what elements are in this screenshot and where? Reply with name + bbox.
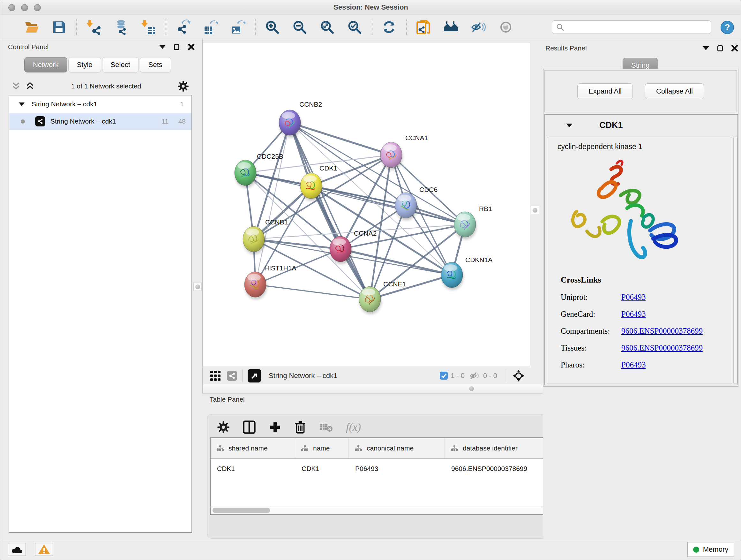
export-image-button[interactable] bbox=[229, 19, 246, 36]
save-session-button[interactable] bbox=[51, 19, 67, 36]
scrollbar-thumb[interactable] bbox=[212, 508, 270, 513]
network-node-CCNE1[interactable] bbox=[359, 287, 381, 314]
collapse-all-icon[interactable] bbox=[11, 81, 21, 91]
crosshair-icon[interactable] bbox=[512, 369, 525, 382]
network-node-CDC6[interactable] bbox=[395, 192, 417, 220]
delete-table-icon[interactable] bbox=[319, 422, 333, 433]
table-cell[interactable]: P06493 bbox=[349, 465, 445, 473]
panel-menu-icon[interactable] bbox=[159, 45, 165, 49]
toolbar-separator bbox=[406, 19, 407, 35]
panel-close-icon[interactable] bbox=[731, 45, 738, 52]
table-cell[interactable]: 9606.ENSP00000378699 bbox=[445, 465, 548, 473]
zoom-out-button[interactable] bbox=[291, 19, 308, 36]
cloud-status-button[interactable] bbox=[8, 543, 26, 556]
network-view-canvas[interactable]: CCNB2CCNA1CDC25BCDK1CDC6RB1CCNB1CCNA2CDK… bbox=[203, 43, 530, 367]
crosslink-link[interactable]: P06493 bbox=[621, 293, 646, 301]
zoom-in-button[interactable] bbox=[264, 19, 280, 36]
column-header-database-identifier[interactable]: database identifier bbox=[445, 438, 548, 458]
crosslink-label: Tissues: bbox=[561, 344, 621, 353]
column-header-canonical-name[interactable]: canonical name bbox=[349, 438, 445, 458]
network-view-icon[interactable] bbox=[227, 371, 237, 381]
network-node-CDKN1A[interactable] bbox=[441, 262, 463, 290]
tab-network[interactable]: Network bbox=[24, 57, 67, 72]
table-cell[interactable]: CDK1 bbox=[211, 465, 295, 473]
crosslink-link[interactable]: P06493 bbox=[621, 310, 646, 318]
network-node-CDK1[interactable] bbox=[300, 173, 323, 201]
network-node-CCNB2[interactable] bbox=[279, 110, 301, 138]
network-row-selected[interactable]: String Network – cdk1 11 48 bbox=[9, 113, 192, 130]
warning-status-button[interactable] bbox=[35, 543, 53, 556]
export-network-button[interactable] bbox=[175, 19, 191, 36]
new-network-from-selection-button[interactable] bbox=[415, 19, 432, 36]
export-table-button[interactable] bbox=[202, 19, 219, 36]
memory-button[interactable]: Memory bbox=[687, 542, 734, 557]
panel-float-icon[interactable] bbox=[718, 45, 723, 51]
zoom-fit-button[interactable] bbox=[319, 19, 335, 36]
apply-layout-button[interactable] bbox=[381, 19, 397, 36]
birds-eye-view-icon[interactable] bbox=[248, 369, 261, 382]
import-network-database-button[interactable] bbox=[113, 19, 129, 36]
edge-CCNB2-CCNA1[interactable] bbox=[290, 123, 391, 155]
help-icon: ? bbox=[720, 20, 734, 35]
crosslink-link[interactable]: 9606.ENSP00000378699 bbox=[621, 344, 703, 352]
hidden-eye-icon[interactable] bbox=[469, 371, 481, 381]
first-neighbors-button[interactable] bbox=[443, 19, 459, 36]
network-node-CCNA1[interactable] bbox=[381, 142, 403, 170]
expand-all-icon[interactable] bbox=[25, 81, 35, 91]
network-node-HIST1H1A[interactable] bbox=[245, 272, 267, 300]
crosslinks-title: CrossLinks bbox=[561, 275, 703, 285]
network-node-CDC25B[interactable] bbox=[234, 160, 257, 188]
selected-checkbox-icon[interactable] bbox=[440, 371, 448, 380]
delete-column-icon[interactable] bbox=[294, 421, 307, 434]
gene-description: cyclin-dependent kinase 1 bbox=[557, 142, 732, 151]
add-column-icon[interactable] bbox=[269, 421, 281, 434]
section-collapse-caret-icon[interactable] bbox=[566, 123, 572, 128]
show-all-button[interactable] bbox=[497, 19, 514, 36]
open-session-button[interactable] bbox=[23, 19, 40, 36]
toolbar-separator bbox=[165, 19, 166, 35]
toolbar-separator bbox=[255, 19, 256, 35]
tree-expand-caret-icon[interactable] bbox=[19, 102, 24, 106]
gear-icon[interactable] bbox=[178, 80, 189, 92]
search-input[interactable] bbox=[567, 21, 711, 33]
tab-sets[interactable]: Sets bbox=[140, 57, 171, 72]
function-builder-icon[interactable]: f(x) bbox=[346, 421, 361, 433]
network-node-RB1[interactable] bbox=[454, 212, 476, 240]
tab-style[interactable]: Style bbox=[68, 57, 101, 72]
hide-selected-button[interactable] bbox=[470, 19, 487, 36]
table-panel-title: Table Panel bbox=[210, 395, 245, 403]
network-node-CCNB1[interactable] bbox=[243, 226, 265, 254]
panel-menu-icon[interactable] bbox=[703, 46, 709, 50]
right-splitter-handle[interactable] bbox=[531, 206, 539, 214]
expand-all-button[interactable]: Expand All bbox=[577, 83, 633, 99]
import-network-file-button[interactable] bbox=[85, 19, 102, 36]
table-cell[interactable]: CDK1 bbox=[295, 465, 349, 473]
edge-CCNB2-CCNE1[interactable] bbox=[290, 123, 370, 299]
edge-CCNE1-CDKN1A[interactable] bbox=[370, 275, 452, 299]
network-node-CCNA2[interactable] bbox=[330, 236, 352, 264]
tab-select[interactable]: Select bbox=[102, 57, 139, 72]
export-table-icon bbox=[203, 19, 218, 35]
panel-close-icon[interactable] bbox=[188, 44, 195, 51]
edge-CCNB1-CCNA2[interactable] bbox=[254, 239, 340, 249]
crosslink-label: Pharos: bbox=[561, 361, 621, 369]
grid-view-icon[interactable] bbox=[209, 369, 222, 382]
collapse-all-button[interactable]: Collapse All bbox=[645, 83, 704, 99]
column-header-shared-name[interactable]: shared name bbox=[211, 438, 295, 458]
left-splitter-handle[interactable] bbox=[193, 283, 202, 291]
column-header-name[interactable]: name bbox=[295, 438, 349, 458]
help-button[interactable]: ? bbox=[720, 20, 734, 36]
edge-CCNB2-RB1[interactable] bbox=[290, 123, 465, 225]
show-columns-icon[interactable] bbox=[243, 420, 256, 434]
gene-details: cyclin-dependent kinase 1 bbox=[547, 137, 732, 383]
table-settings-gear-icon[interactable] bbox=[217, 421, 230, 434]
results-scrollbar[interactable] bbox=[733, 137, 738, 383]
export-image-icon bbox=[230, 19, 246, 35]
edge-CCNE1-HIST1H1A[interactable] bbox=[255, 285, 370, 299]
zoom-selected-button[interactable] bbox=[346, 19, 363, 36]
panel-float-icon[interactable] bbox=[174, 44, 179, 50]
crosslink-link[interactable]: 9606.ENSP00000378699 bbox=[621, 327, 703, 335]
import-table-file-button[interactable] bbox=[140, 19, 157, 36]
crosslink-link[interactable]: P06493 bbox=[621, 361, 646, 369]
network-collection-row[interactable]: String Network – cdk1 1 bbox=[9, 96, 192, 113]
